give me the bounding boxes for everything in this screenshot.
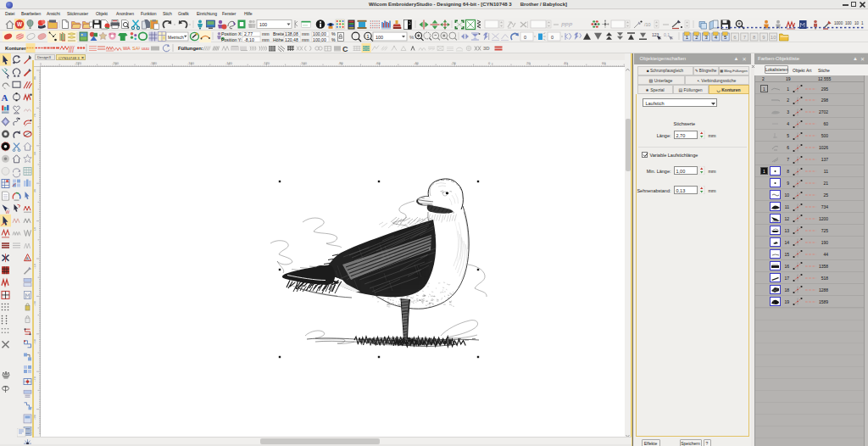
svg-text:1: 1	[366, 34, 369, 39]
svg-text:fff: fff	[69, 45, 75, 53]
svg-text:-100: -100	[300, 61, 308, 65]
svg-text:2,77: 2,77	[244, 31, 253, 36]
svg-text:-60: -60	[376, 61, 381, 65]
svg-text:-140: -140	[225, 61, 233, 65]
svg-text:70: 70	[34, 113, 36, 117]
svg-text:-10: -10	[34, 263, 36, 269]
svg-text:Konturen:: Konturen:	[5, 46, 29, 51]
svg-text:PPP: PPP	[561, 22, 573, 28]
svg-text:/10: /10	[644, 22, 651, 27]
svg-text:138,08: 138,08	[285, 31, 298, 36]
svg-text:-30: -30	[34, 300, 36, 306]
svg-text:A: A	[2, 92, 8, 103]
svg-text:mm: mm	[262, 31, 270, 36]
svg-text:20: 20	[526, 61, 531, 65]
svg-text:W: W	[17, 21, 23, 27]
svg-text:%: %	[331, 37, 336, 42]
svg-text:mm: mm	[262, 37, 270, 42]
svg-text:0: 0	[524, 35, 526, 40]
svg-text:1: 1	[861, 21, 864, 25]
svg-text:10: 10	[771, 35, 776, 40]
svg-text:-20: -20	[451, 61, 457, 65]
svg-text:10: 10	[34, 226, 36, 231]
svg-text:100: 100	[376, 35, 383, 40]
svg-text:-70: -70	[34, 376, 36, 382]
svg-text:100: 100	[259, 22, 267, 27]
svg-text:WA: WA	[123, 46, 131, 51]
svg-text:-200: -200	[112, 61, 120, 65]
svg-text:-180: -180	[150, 61, 158, 65]
svg-text:W: W	[6, 209, 10, 215]
svg-text:-120: -120	[263, 61, 270, 65]
svg-text:100: 100	[845, 21, 852, 25]
svg-text:100,00: 100,00	[313, 31, 326, 36]
svg-text:30: 30	[34, 188, 36, 192]
svg-text:-90: -90	[34, 414, 36, 420]
svg-text:SA²: SA²	[132, 46, 140, 51]
svg-text:Position X:: Position X:	[221, 31, 242, 36]
svg-text:0: 0	[551, 35, 554, 40]
svg-text:%: %	[409, 35, 415, 40]
svg-text:123: 123	[652, 32, 659, 37]
svg-text:-40: -40	[414, 61, 420, 65]
svg-text:40: 40	[564, 61, 568, 65]
svg-text:120,48: 120,48	[285, 37, 298, 42]
svg-text:10: 10	[854, 21, 860, 25]
svg-text:Metrisch: Metrisch	[168, 35, 184, 40]
svg-text:%: %	[331, 31, 336, 36]
svg-text:1000: 1000	[834, 21, 843, 25]
svg-text:90: 90	[34, 75, 36, 80]
svg-text:uuu: uuu	[142, 46, 149, 51]
svg-text:Füllungen:: Füllungen:	[178, 46, 203, 51]
svg-text:C: C	[342, 45, 348, 53]
svg-text:50: 50	[34, 151, 36, 155]
svg-text:-220: -220	[75, 61, 82, 65]
svg-text:-160: -160	[187, 61, 195, 65]
svg-text:3D: 3D	[483, 46, 490, 51]
svg-text:-50: -50	[34, 338, 36, 344]
svg-text:mm: mm	[302, 37, 309, 42]
svg-text:60: 60	[602, 61, 606, 65]
svg-text:mm: mm	[302, 31, 309, 36]
svg-text:100,00: 100,00	[313, 37, 326, 42]
svg-text:-80: -80	[338, 61, 344, 65]
svg-text:Höhe:: Höhe:	[273, 37, 285, 42]
svg-text:-8,10: -8,10	[244, 37, 254, 42]
svg-text:Position Y:: Position Y:	[221, 37, 242, 42]
